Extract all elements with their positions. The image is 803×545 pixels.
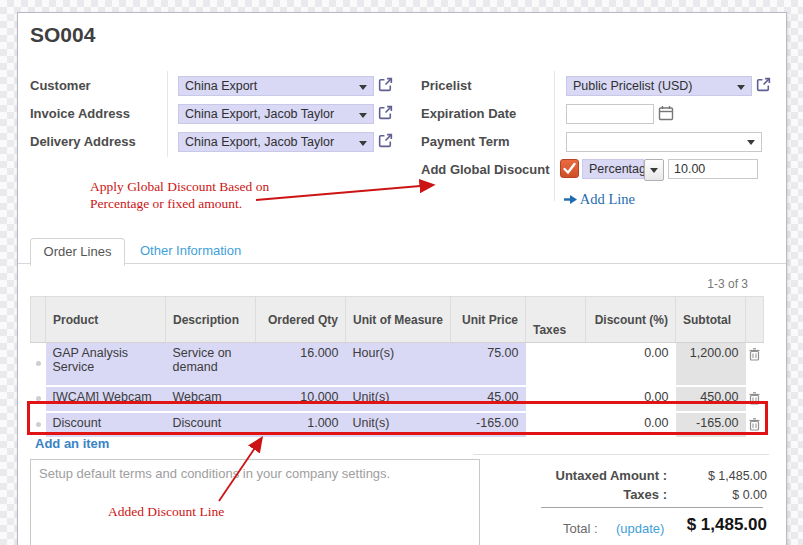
cell-qty[interactable]: 16.000: [256, 343, 346, 386]
form-left-separator: [167, 71, 168, 157]
invoice-address-label: Invoice Address: [30, 104, 130, 124]
annotation-line-2: Percentage or fixed amount.: [90, 195, 269, 212]
cell-taxes[interactable]: [526, 386, 586, 412]
cell-product[interactable]: [WCAM] Webcam: [46, 386, 166, 412]
global-discount-checkbox[interactable]: [560, 159, 579, 178]
customer-label: Customer: [30, 76, 91, 96]
chevron-down-icon: [359, 113, 367, 118]
drag-handle[interactable]: [31, 386, 46, 412]
col-unit-of-measure[interactable]: Unit of Measure: [346, 297, 451, 343]
cell-discount[interactable]: 0.00: [586, 386, 676, 412]
cell-uom[interactable]: Hour(s): [346, 343, 451, 386]
page-title: SO004: [30, 23, 95, 47]
pager[interactable]: 1-3 of 3: [638, 277, 748, 291]
invoice-address-value: China Export, Jacob Taylor: [185, 107, 334, 121]
tab-order-lines[interactable]: Order Lines: [30, 238, 125, 266]
terms-and-conditions-textarea[interactable]: [30, 459, 480, 545]
expiration-date-label: Expiration Date: [421, 104, 516, 124]
global-discount-label: Add Global Disocunt: [421, 160, 550, 180]
cell-unit-price[interactable]: 75.00: [451, 343, 526, 386]
pricelist-external-link-icon[interactable]: [755, 76, 772, 93]
cell-discount[interactable]: 0.00: [586, 343, 676, 386]
invoice-address-external-link-icon[interactable]: [377, 104, 394, 121]
cell-subtotal: 450.00: [676, 386, 746, 412]
total-label: Total :: [563, 521, 598, 536]
col-subtotal[interactable]: Subtotal: [676, 297, 746, 343]
cell-taxes[interactable]: [526, 412, 586, 438]
invoice-address-select[interactable]: China Export, Jacob Taylor: [178, 104, 374, 124]
cell-uom[interactable]: Unit(s): [346, 386, 451, 412]
delivery-address-external-link-icon[interactable]: [377, 132, 394, 149]
col-ordered-qty[interactable]: Ordered Qty: [256, 297, 346, 343]
chevron-down-icon: [747, 140, 755, 145]
cell-uom[interactable]: Unit(s): [346, 412, 451, 438]
cell-qty[interactable]: 1.000: [256, 412, 346, 438]
untaxed-amount-value: $ 1,485.00: [673, 469, 767, 483]
customer-select[interactable]: China Export: [178, 76, 374, 96]
table-row[interactable]: [WCAM] Webcam Webcam 10.000 Unit(s) 45.0…: [31, 386, 764, 412]
cell-product[interactable]: GAP Analysis Service: [46, 343, 166, 386]
pricelist-select[interactable]: Public Pricelist (USD): [566, 76, 752, 96]
annotation-global-discount: Apply Global Discount Based on Percentag…: [90, 178, 269, 212]
discount-type-select[interactable]: Percentage: [582, 159, 644, 179]
tab-other-information[interactable]: Other Information: [140, 243, 241, 258]
cell-product[interactable]: Discount: [46, 412, 166, 438]
payment-term-select[interactable]: [566, 132, 762, 152]
sale-order-form-card: SO004 Customer Invoice Address Delivery …: [17, 12, 787, 545]
pricelist-label: Pricelist: [421, 76, 472, 96]
discount-type-dropdown-button[interactable]: [644, 159, 664, 181]
cell-subtotal: 1,200.00: [676, 343, 746, 386]
tabbar-divider: [18, 263, 786, 264]
drag-handle[interactable]: [31, 412, 46, 438]
cell-subtotal: -165.00: [676, 412, 746, 438]
col-taxes[interactable]: Taxes: [526, 297, 586, 343]
trash-icon[interactable]: [749, 348, 760, 361]
cell-description[interactable]: Discount: [166, 412, 256, 438]
drag-handle-icon: [36, 422, 41, 427]
col-unit-price[interactable]: Unit Price: [451, 297, 526, 343]
col-product[interactable]: Product: [46, 297, 166, 343]
expiration-date-input[interactable]: [566, 104, 654, 124]
delivery-address-select[interactable]: China Export, Jacob Taylor: [178, 132, 374, 152]
drag-handle[interactable]: [31, 343, 46, 386]
add-an-item-link[interactable]: Add an item: [35, 436, 109, 451]
trash-icon[interactable]: [749, 392, 760, 405]
chevron-down-icon: [359, 85, 367, 90]
payment-term-label: Payment Term: [421, 132, 510, 152]
customer-value: China Export: [185, 79, 257, 93]
order-lines-table: Product Description Ordered Qty Unit of …: [30, 296, 764, 439]
cell-actions: [746, 386, 764, 412]
table-header-row: Product Description Ordered Qty Unit of …: [31, 297, 764, 343]
pricelist-value: Public Pricelist (USD): [573, 79, 692, 93]
table-row[interactable]: GAP Analysis Service Service on demand 1…: [31, 343, 764, 386]
drag-handle-icon: [36, 396, 41, 401]
discount-amount-input[interactable]: [668, 159, 758, 179]
cell-qty[interactable]: 10.000: [256, 386, 346, 412]
add-line-link[interactable]: Add Line: [564, 191, 635, 208]
total-value: $ 1,485.00: [638, 515, 767, 535]
col-discount[interactable]: Discount (%): [586, 297, 676, 343]
arrow-right-icon: [564, 194, 577, 205]
taxes-value: $ 0.00: [673, 488, 767, 502]
cell-unit-price[interactable]: 45.00: [451, 386, 526, 412]
cell-taxes[interactable]: [526, 343, 586, 386]
trash-icon[interactable]: [749, 418, 760, 431]
cell-unit-price[interactable]: -165.00: [451, 412, 526, 438]
chevron-down-icon: [737, 85, 745, 90]
taxes-label: Taxes :: [473, 487, 667, 502]
delivery-address-value: China Export, Jacob Taylor: [185, 135, 334, 149]
annotation-arrow-global-discount: [256, 185, 432, 200]
chevron-down-icon: [359, 141, 367, 146]
totals-group-divider: [473, 454, 769, 455]
cell-description[interactable]: Service on demand: [166, 343, 256, 386]
cell-description[interactable]: Webcam: [166, 386, 256, 412]
check-icon: [561, 160, 578, 177]
calendar-icon[interactable]: [658, 105, 674, 121]
cell-discount[interactable]: 0.00: [586, 412, 676, 438]
table-row-discount[interactable]: Discount Discount 1.000 Unit(s) -165.00 …: [31, 412, 764, 438]
col-description[interactable]: Description: [166, 297, 256, 343]
form-right-separator: [554, 71, 555, 201]
col-actions: [746, 297, 764, 343]
page-background: { "title": "SO004", "form": { "customer"…: [0, 0, 803, 545]
customer-external-link-icon[interactable]: [377, 76, 394, 93]
